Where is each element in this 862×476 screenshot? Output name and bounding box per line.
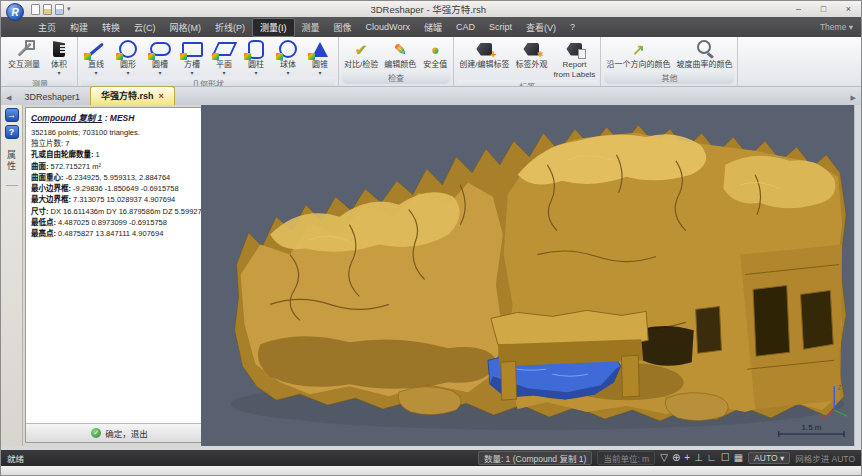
mesh-properties: Compound 复制 1 : MESH 352186 points; 7031… [26, 108, 213, 423]
ribbon-button[interactable]: 方槽 [176, 38, 208, 76]
circle-icon [115, 38, 141, 60]
ribbon-button[interactable]: 安全值 [419, 38, 451, 70]
ribbon-button[interactable]: 直线 [80, 38, 112, 76]
menu-tab[interactable]: 图像 [327, 18, 359, 37]
ribbon-button-label: 标签外观 [515, 60, 547, 70]
ribbon-button[interactable]: Report from Labels [550, 38, 598, 79]
property-line: 最低点: 4.487025 0.8973099 -0.6915758 [31, 217, 208, 228]
window-title: 3DReshaper - 华强方特.rsh [71, 2, 786, 16]
dropdown-caret-icon [126, 70, 129, 76]
ribbon-button[interactable]: 沿一个方向的颜色 [603, 38, 673, 70]
help-icon[interactable]: ? [5, 125, 19, 139]
ribbon-button[interactable]: 圆槽 [144, 38, 176, 76]
units-indicator: 当前单位: m [597, 451, 655, 465]
dropdown-caret-icon [222, 70, 225, 76]
value-icon [422, 38, 448, 60]
document-tab[interactable]: 3DReshaper1× [14, 90, 90, 105]
menu-tab[interactable]: 云(C) [127, 18, 163, 37]
ribbon-button[interactable]: 圆柱 [240, 38, 272, 76]
3d-mesh-render[interactable]: Z 1.5 m [201, 105, 854, 446]
ribbon-group: 交互测量 体积 测量 [3, 37, 78, 86]
ribbon-button[interactable]: 坡度曲率的颜色 [673, 38, 735, 70]
angle-icon[interactable]: ∟ [707, 453, 717, 463]
ribbon-button-label: 平面 [216, 60, 232, 70]
ribbon-group-label: 其他 [604, 71, 734, 84]
confirm-exit-button[interactable]: 确定，退出 [26, 423, 213, 442]
ribbon-button[interactable]: 圆锥 [304, 38, 336, 76]
ribbon-button[interactable]: 创建/编辑标签 [456, 38, 512, 70]
open-doc-icon[interactable] [43, 4, 52, 15]
ribbon-group: 对比/检验 编辑颜色 安全值 [339, 37, 454, 86]
app-logo-icon[interactable]: R [6, 3, 24, 21]
pan-icon[interactable]: + [684, 453, 690, 463]
sphere-icon [275, 38, 301, 60]
close-tab-icon[interactable]: × [158, 91, 163, 101]
compare-icon [348, 38, 374, 60]
ribbon-button-label: 交互测量 [8, 60, 40, 70]
properties-vertical-tab[interactable]: 属性 [5, 150, 18, 172]
edit-color-icon [387, 38, 413, 60]
filter-icon[interactable]: ▽ [660, 453, 668, 463]
selection-box-icon[interactable]: ☐ [721, 453, 730, 463]
minimize-icon[interactable]: – [786, 4, 811, 14]
menu-tab[interactable]: 主页 [31, 18, 63, 37]
menu-tab[interactable]: 转换 [95, 18, 127, 37]
ribbon-button[interactable]: 标签外观 [512, 38, 550, 70]
tab-scroll-left-icon[interactable]: ◀ [3, 94, 14, 105]
status-ready: 就绪 [7, 452, 24, 464]
ribbon-button[interactable]: 圆形 [112, 38, 144, 76]
close-icon[interactable]: × [836, 4, 861, 14]
menu-tab[interactable]: 测量(I) [252, 18, 295, 37]
maximize-icon[interactable]: □ [811, 4, 836, 14]
menu-tab[interactable]: 网格(M) [163, 18, 209, 37]
theme-dropdown[interactable]: Theme ▾ [820, 22, 853, 32]
divider [6, 185, 18, 186]
slot-icon [147, 38, 173, 60]
selection-info: 数量: 1 (Compound 复制 1) [478, 451, 593, 465]
ribbon-button-label: 球体 [280, 60, 296, 70]
ribbon-button[interactable]: 对比/检验 [341, 38, 381, 70]
ribbon-button-label: 直线 [88, 60, 104, 70]
menu-tab[interactable]: 测量 [295, 18, 327, 37]
menu-tab[interactable]: 折线(P) [208, 18, 252, 37]
document-tab[interactable]: 华强方特.rsh× [90, 86, 175, 105]
ribbon-button-label: 圆柱 [248, 60, 264, 70]
menu-tab[interactable]: CAD [449, 19, 482, 35]
status-bar: 就绪 数量: 1 (Compound 复制 1) 当前单位: m ▽ ⊕ + ⊥… [1, 450, 861, 466]
ribbon-button[interactable]: 编辑颜色 [381, 38, 419, 70]
ribbon-button[interactable]: 球体 [272, 38, 304, 76]
tag-report-icon [561, 38, 587, 60]
menu-tab[interactable]: CloudWorx [359, 19, 417, 35]
menu-tab[interactable]: 构建 [63, 18, 95, 37]
quick-access-toolbar [31, 4, 71, 15]
auto-dropdown[interactable]: AUTO ▾ [748, 452, 790, 464]
right-edge [854, 105, 861, 446]
document-tab-label: 3DReshaper1 [24, 92, 80, 102]
menu-tab[interactable]: ? [563, 19, 582, 35]
grid-icon[interactable]: ▦ [734, 453, 743, 463]
color-direction-icon [625, 38, 651, 60]
ribbon-button-label: 圆锥 [312, 60, 328, 70]
menu-tab[interactable]: 储罐 [417, 18, 449, 37]
ribbon-button[interactable]: 平面 [208, 38, 240, 76]
ribbon-button-label: 安全值 [423, 60, 447, 70]
properties-panel: Compound 复制 1 : MESH 352186 points; 7031… [23, 105, 201, 446]
menu-tab[interactable]: Script [482, 19, 519, 35]
property-line: 尺寸: DX 16.611436m DY 16.879586m DZ 5.599… [31, 206, 208, 217]
3d-viewport[interactable]: Z 1.5 m [201, 105, 854, 446]
new-doc-icon[interactable] [31, 4, 40, 15]
tab-scroll-right-icon[interactable]: ▶ [848, 94, 859, 105]
window-controls: – □ × [786, 4, 861, 14]
menu-tab[interactable]: 查看(V) [519, 18, 563, 37]
property-line: 曲面: 572.715271 m² [31, 161, 208, 172]
property-line: 独立片数: 7 [31, 138, 208, 149]
ribbon-group: 创建/编辑标签 标签外观 Report from Labels [454, 37, 601, 86]
ribbon-button-label: 体积 [51, 60, 67, 70]
axis-icon[interactable]: ⊥ [694, 453, 703, 463]
ribbon-button[interactable]: 体积 [43, 38, 75, 76]
navigate-icon[interactable]: → [5, 108, 19, 122]
save-doc-icon[interactable] [55, 4, 64, 15]
zoom-icon[interactable]: ⊕ [672, 453, 680, 463]
ribbon-button[interactable]: 交互测量 [5, 38, 43, 70]
titlebar: 3DReshaper - 华强方特.rsh – □ × [1, 1, 861, 17]
